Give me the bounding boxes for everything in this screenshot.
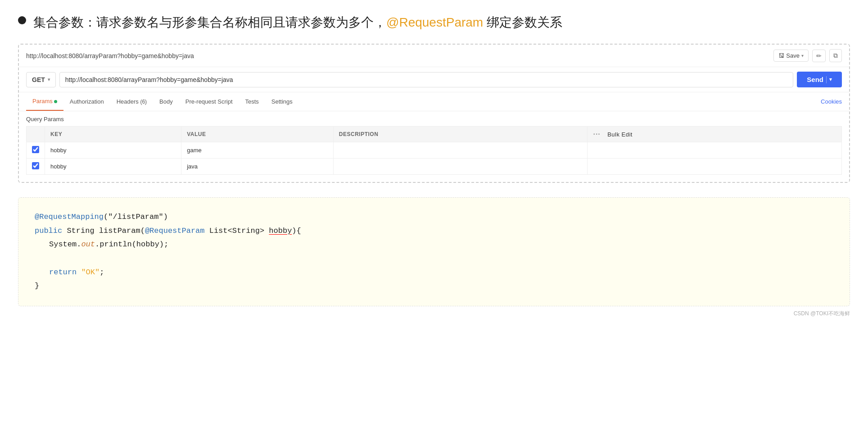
params-dot: [54, 100, 57, 103]
table-row: hobby java: [27, 159, 842, 175]
send-divider: [826, 76, 827, 83]
footer-watermark: CSDN @TOKI不吃海鲜: [18, 310, 850, 318]
url-display: http://localhost:8080/arrayParam?hobby=g…: [26, 52, 194, 59]
bullet-section: 集合参数：请求参数名与形参集合名称相同且请求参数为多个，@RequestPara…: [18, 14, 850, 31]
method-chevron-icon: ▾: [48, 77, 50, 82]
row1-value: game: [181, 142, 334, 159]
code-out: out: [81, 240, 95, 249]
code-closing-brace: }: [35, 282, 39, 290]
code-path: ("/listParam"): [104, 213, 168, 221]
request-row: GET ▾ Send ▾: [19, 67, 849, 92]
edit-button[interactable]: ✏: [812, 50, 826, 62]
th-actions: ··· Bulk Edit: [588, 127, 842, 142]
row1-checkbox[interactable]: [32, 146, 39, 153]
save-button[interactable]: 🖫 Save ▾: [773, 50, 809, 62]
code-line2: public String listParam(@RequestParam Li…: [35, 224, 833, 238]
params-table: KEY VALUE DESCRIPTION ··· Bulk Edit hobb…: [26, 126, 842, 175]
copy-icon: ⧉: [833, 52, 838, 59]
bullet-text: 集合参数：请求参数名与形参集合名称相同且请求参数为多个，@RequestPara…: [33, 14, 562, 31]
bullet-dot: [18, 16, 26, 24]
bulk-edit-button[interactable]: Bulk Edit: [607, 131, 633, 138]
url-bar-actions: 🖫 Save ▾ ✏ ⧉: [773, 49, 842, 62]
bullet-text-before: 集合参数：请求参数名与形参集合名称相同且请求参数为多个，: [33, 15, 386, 29]
bullet-text-after: 绑定参数关系: [483, 15, 562, 29]
save-chevron-icon: ▾: [801, 53, 804, 58]
row1-checkbox-cell: [27, 142, 45, 159]
row2-value: java: [181, 159, 334, 175]
code-system: System.: [49, 240, 81, 249]
code-annotation: @RequestMapping: [35, 213, 104, 221]
row1-key: hobby: [45, 142, 181, 159]
tabs-row: Params Authorization Headers (6) Body Pr…: [19, 92, 849, 111]
tab-settings-label: Settings: [271, 98, 293, 105]
postman-card: http://localhost:8080/arrayParam?hobby=g…: [18, 44, 850, 183]
tab-params[interactable]: Params: [26, 92, 63, 111]
code-string-ok: "OK": [77, 268, 99, 277]
code-line3: System.out.println(hobby);: [49, 238, 833, 252]
cookies-link[interactable]: Cookies: [821, 93, 842, 110]
code-block: @RequestMapping("/listParam") public Str…: [35, 210, 833, 293]
method-label: GET: [32, 76, 45, 83]
tab-tests-label: Tests: [245, 98, 259, 105]
code-param-name: hobby: [269, 227, 292, 235]
code-return-keyword: return: [49, 268, 77, 277]
tab-tests[interactable]: Tests: [239, 93, 265, 110]
copy-button[interactable]: ⧉: [829, 49, 842, 62]
edit-icon: ✏: [816, 52, 822, 59]
send-label: Send: [807, 76, 823, 83]
tab-body[interactable]: Body: [153, 93, 179, 110]
dots-icon: ···: [593, 130, 600, 138]
tab-body-label: Body: [159, 98, 173, 105]
save-label: Save: [786, 52, 800, 59]
tab-pre-request[interactable]: Pre-request Script: [179, 93, 239, 110]
table-header-row: KEY VALUE DESCRIPTION ··· Bulk Edit: [27, 127, 842, 142]
tab-pre-request-label: Pre-request Script: [185, 98, 233, 105]
row2-checkbox[interactable]: [32, 162, 39, 169]
code-semicolon: ;: [99, 268, 104, 277]
tab-authorization-label: Authorization: [70, 98, 104, 105]
headers-badge: (6): [140, 99, 147, 105]
code-line4: return "OK";: [49, 266, 833, 280]
code-param-annotation: @RequestParam: [145, 227, 205, 235]
url-bar: http://localhost:8080/arrayParam?hobby=g…: [19, 45, 849, 67]
code-line1: @RequestMapping("/listParam"): [35, 210, 833, 224]
th-value: VALUE: [181, 127, 334, 142]
url-input[interactable]: [59, 72, 794, 87]
row2-description: [333, 159, 588, 175]
tab-params-label: Params: [32, 98, 53, 104]
code-brace: ){: [292, 227, 301, 235]
table-row: hobby game: [27, 142, 842, 159]
row1-description: [333, 142, 588, 159]
code-println: .println(hobby);: [95, 240, 168, 249]
th-key: KEY: [45, 127, 181, 142]
row1-actions: [588, 142, 842, 159]
send-button[interactable]: Send ▾: [797, 72, 842, 87]
bullet-highlight: @RequestParam: [386, 15, 483, 29]
code-method-name: listParam(: [99, 227, 145, 235]
row2-actions: [588, 159, 842, 175]
url-input-container: [59, 72, 794, 87]
code-line5: }: [35, 279, 833, 293]
method-select[interactable]: GET ▾: [26, 72, 56, 87]
row2-checkbox-cell: [27, 159, 45, 175]
tab-authorization[interactable]: Authorization: [63, 93, 110, 110]
row2-key: hobby: [45, 159, 181, 175]
params-section: Query Params KEY VALUE DESCRIPTION ··· B…: [19, 111, 849, 182]
query-params-label: Query Params: [26, 111, 842, 126]
code-param-type: List<String>: [205, 227, 269, 235]
code-keyword-public: public: [35, 227, 62, 235]
th-checkbox: [27, 127, 45, 142]
th-description: DESCRIPTION: [333, 127, 588, 142]
save-icon: 🖫: [778, 52, 784, 59]
send-chevron-icon: ▾: [829, 77, 832, 82]
tab-settings[interactable]: Settings: [265, 93, 299, 110]
code-card: @RequestMapping("/listParam") public Str…: [18, 197, 850, 306]
code-return-type: String: [62, 227, 99, 235]
tab-headers-label: Headers (6): [117, 98, 147, 105]
tab-headers[interactable]: Headers (6): [110, 93, 153, 110]
